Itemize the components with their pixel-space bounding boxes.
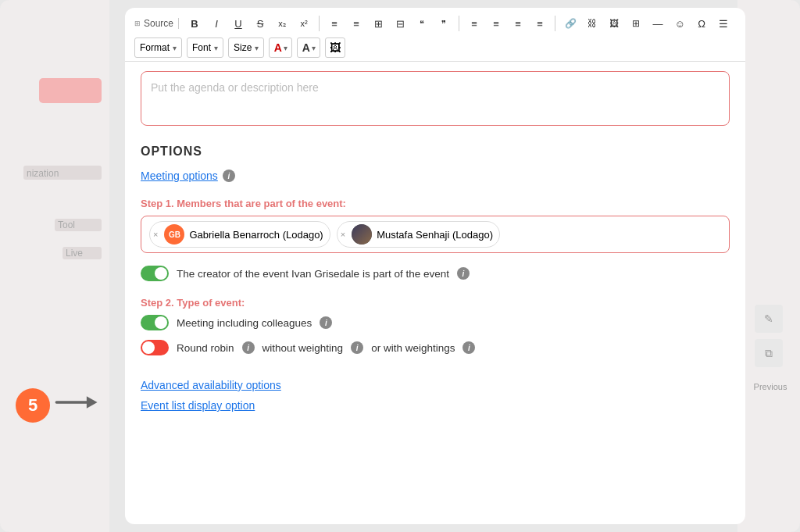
main-card: ⊞ Source B I U S x₂ x² ≡ ≡ ⊞ ⊟ ❝ ❞ ≡ ≡ ≡ bbox=[125, 8, 745, 524]
strikethrough-button[interactable]: S bbox=[251, 14, 270, 33]
event-type2-toggle[interactable] bbox=[141, 340, 169, 355]
event-type1-label: Meeting including colleagues bbox=[177, 317, 312, 329]
member2-avatar bbox=[352, 224, 372, 245]
indent-left-button[interactable]: ⊞ bbox=[369, 14, 388, 33]
code-block-button[interactable]: ❞ bbox=[434, 14, 453, 33]
align-left-button[interactable]: ≡ bbox=[465, 14, 484, 33]
font-color-button[interactable]: A ▾ bbox=[269, 37, 292, 58]
toolbar-source[interactable]: ⊞ Source bbox=[134, 18, 179, 29]
format-dropdown[interactable]: Format ▾ bbox=[134, 37, 182, 58]
align-right-button[interactable]: ≡ bbox=[509, 14, 527, 33]
event-type1-row: Meeting including colleagues i bbox=[141, 315, 730, 330]
copy-icon-box[interactable]: ⧉ bbox=[755, 339, 783, 367]
table-button[interactable]: ⊞ bbox=[627, 14, 645, 33]
step1-label: Step 1. Members that are part of the eve… bbox=[141, 198, 730, 209]
ordered-list-button[interactable]: ≡ bbox=[325, 14, 344, 33]
edit-icon-box[interactable]: ✎ bbox=[755, 305, 783, 333]
indent-right-button[interactable]: ⊟ bbox=[391, 14, 409, 33]
inline-image-icon: 🖼 bbox=[330, 41, 341, 54]
member2-name: Mustafa Senhaji (Lodago) bbox=[377, 229, 493, 241]
align-justify-button[interactable]: ≡ bbox=[530, 14, 549, 33]
format-arrow-icon: ▾ bbox=[173, 44, 177, 52]
round-robin-extra1: without weighting bbox=[262, 342, 344, 354]
member1-close-icon[interactable]: × bbox=[153, 230, 158, 239]
sidebar-item-tool: Tool bbox=[55, 219, 102, 231]
advanced-availability-link[interactable]: Advanced availability options bbox=[141, 379, 730, 391]
toolbar-row2: Format ▾ Font ▾ Size ▾ A ▾ A ▾ bbox=[134, 37, 736, 58]
round-robin-extra2: or with weightings bbox=[371, 342, 455, 354]
step2-label: Step 2. Type of event: bbox=[141, 297, 730, 309]
size-dropdown[interactable]: Size ▾ bbox=[228, 37, 264, 58]
step-badge: 5 bbox=[16, 388, 50, 423]
previous-label: Previous bbox=[747, 382, 794, 391]
superscript-button[interactable]: x² bbox=[295, 14, 313, 33]
more-button[interactable]: ☰ bbox=[714, 14, 733, 33]
toolbar-area: ⊞ Source B I U S x₂ x² ≡ ≡ ⊞ ⊟ ❝ ❞ ≡ ≡ ≡ bbox=[125, 8, 745, 62]
member-tag-1: × GB Gabriella Benarroch (Lodago) bbox=[149, 221, 330, 248]
highlight-arrow-icon: ▾ bbox=[312, 44, 316, 52]
round-robin-extra2-info-icon[interactable]: i bbox=[462, 341, 475, 354]
sep1 bbox=[319, 16, 320, 31]
members-input[interactable]: × GB Gabriella Benarroch (Lodago) × Must… bbox=[141, 216, 730, 253]
size-arrow-icon: ▾ bbox=[255, 44, 259, 52]
subscript-button[interactable]: x₂ bbox=[273, 14, 291, 33]
left-sidebar: nization Tool Live bbox=[0, 0, 109, 532]
sep2 bbox=[459, 16, 459, 31]
highlight-a-icon: A bbox=[302, 41, 310, 54]
creator-text: The creator of the event Ivan Grisedale … bbox=[177, 268, 449, 280]
underline-button[interactable]: U bbox=[229, 14, 248, 33]
outer-container: nization Tool Live ✎ ⧉ Previous 5 bbox=[0, 0, 800, 532]
member2-avatar-img bbox=[352, 224, 372, 245]
step-arrow bbox=[53, 391, 100, 417]
event-type2-label: Round robin bbox=[177, 342, 234, 354]
description-box[interactable]: Put the agenda or description here bbox=[141, 71, 730, 126]
italic-button[interactable]: I bbox=[207, 14, 226, 33]
highlight-color-button[interactable]: A ▾ bbox=[297, 37, 320, 58]
sep3 bbox=[555, 16, 555, 31]
format-label: Format bbox=[140, 42, 170, 53]
hr-button[interactable]: — bbox=[648, 14, 667, 33]
edit-icon: ✎ bbox=[764, 312, 773, 325]
meeting-options-info-icon[interactable]: i bbox=[223, 170, 235, 182]
description-placeholder: Put the agenda or description here bbox=[151, 81, 319, 94]
special-char-button[interactable]: Ω bbox=[692, 14, 711, 33]
toolbar-row1: ⊞ Source B I U S x₂ x² ≡ ≡ ⊞ ⊟ ❝ ❞ ≡ ≡ ≡ bbox=[134, 14, 736, 33]
creator-toggle-row: The creator of the event Ivan Grisedale … bbox=[141, 266, 730, 281]
link-section: Advanced availability options Event list… bbox=[141, 379, 730, 412]
options-section: OPTIONS Meeting options i Step 1. Member… bbox=[141, 145, 730, 412]
font-arrow-icon: ▾ bbox=[214, 44, 218, 52]
meeting-options-link[interactable]: Meeting options bbox=[141, 170, 218, 182]
meeting-options-row: Meeting options i bbox=[141, 170, 730, 182]
image-button[interactable]: 🖼 bbox=[605, 14, 623, 33]
content-area: Put the agenda or description here OPTIO… bbox=[125, 62, 745, 516]
right-sidebar: ✎ ⧉ Previous bbox=[738, 0, 800, 532]
copy-icon: ⧉ bbox=[765, 347, 773, 360]
unordered-list-button[interactable]: ≡ bbox=[347, 14, 366, 33]
align-center-button[interactable]: ≡ bbox=[487, 14, 505, 33]
event-type2-info-icon[interactable]: i bbox=[242, 341, 255, 354]
bold-button[interactable]: B bbox=[185, 14, 204, 33]
member1-avatar: GB bbox=[164, 224, 184, 245]
creator-toggle[interactable] bbox=[141, 266, 169, 281]
event-type1-toggle[interactable] bbox=[141, 315, 169, 330]
link-button[interactable]: 🔗 bbox=[561, 14, 580, 33]
creator-info-icon[interactable]: i bbox=[457, 267, 470, 280]
sidebar-item-org: nization bbox=[23, 166, 102, 180]
event-type1-info-icon[interactable]: i bbox=[320, 316, 332, 329]
sidebar-button[interactable] bbox=[39, 78, 102, 103]
member1-name: Gabriella Benarroch (Lodago) bbox=[189, 229, 323, 241]
source-label: Source bbox=[144, 18, 173, 29]
round-robin-extra1-info-icon[interactable]: i bbox=[351, 341, 363, 354]
source-icon: ⊞ bbox=[134, 20, 141, 27]
font-color-arrow-icon: ▾ bbox=[284, 44, 288, 52]
event-list-link[interactable]: Event list display option bbox=[141, 399, 730, 412]
font-dropdown[interactable]: Font ▾ bbox=[187, 37, 223, 58]
svg-marker-1 bbox=[87, 396, 98, 408]
inline-image-button[interactable]: 🖼 bbox=[325, 37, 345, 58]
blockquote-button[interactable]: ❝ bbox=[412, 14, 431, 33]
step2-area: Step 2. Type of event: Meeting including… bbox=[141, 297, 730, 355]
emoji-button[interactable]: ☺ bbox=[670, 14, 689, 33]
event-type2-row: Round robin i without weighting i or wit… bbox=[141, 340, 730, 355]
unlink-button[interactable]: ⛓ bbox=[583, 14, 602, 33]
member2-close-icon[interactable]: × bbox=[341, 230, 345, 239]
